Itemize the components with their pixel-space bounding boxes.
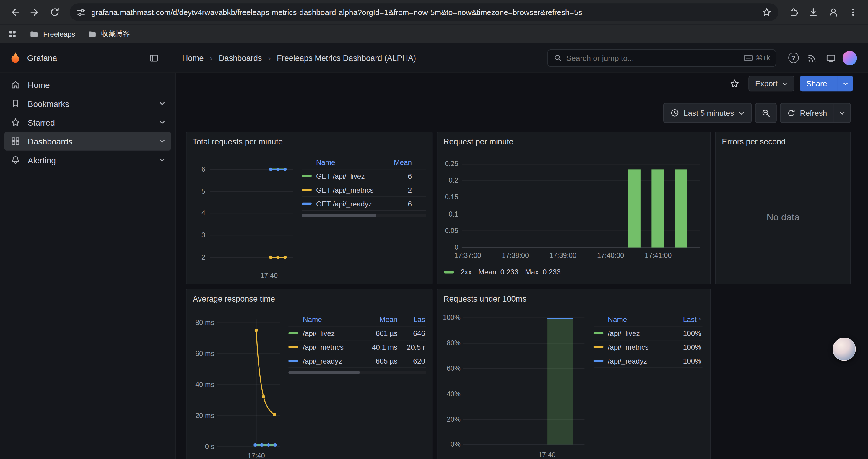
- zoom-out-icon: [761, 108, 771, 118]
- legend-row[interactable]: /api/_readyz 605 µs 620: [288, 354, 426, 368]
- downloads-button[interactable]: [804, 3, 823, 22]
- search-input[interactable]: [566, 54, 740, 62]
- grafana-logo[interactable]: [9, 52, 22, 64]
- sidebar-item-dashboards[interactable]: Dashboards: [4, 132, 171, 151]
- chevron-down-icon[interactable]: [159, 157, 165, 163]
- back-icon: [12, 9, 19, 15]
- bookmark-folder-blogs[interactable]: 收藏博客: [88, 29, 130, 39]
- chevron-down-icon[interactable]: [159, 138, 165, 144]
- browser-toolbar: [0, 0, 868, 24]
- bookmark-folder-freeleaps[interactable]: Freeleaps: [29, 29, 75, 38]
- search-icon: [554, 54, 562, 62]
- legend-scrollbar[interactable]: [288, 371, 426, 374]
- export-button[interactable]: Export: [749, 76, 795, 91]
- legend-row[interactable]: /api/_metrics 40.1 ms 20.5 r: [288, 340, 426, 354]
- search-box[interactable]: ⌘+k: [548, 49, 776, 67]
- scrollbar-thumb[interactable]: [302, 214, 376, 217]
- share-button[interactable]: Share: [800, 76, 834, 91]
- user-menu-button[interactable]: [840, 49, 859, 67]
- forward-button[interactable]: [25, 3, 44, 22]
- legend-header-name[interactable]: Name: [288, 315, 359, 323]
- brand-name: Grafana: [27, 53, 57, 63]
- total-requests-chart[interactable]: 6 5 4 3 2: [192, 155, 295, 280]
- back-button[interactable]: [6, 3, 25, 22]
- legend-row[interactable]: /api/_readyz 100%: [593, 354, 703, 368]
- series-swatch-yellow: [302, 189, 312, 191]
- display-button[interactable]: [822, 49, 840, 67]
- panel-total-requests: Total requests per minute 6 5 4 3 2: [186, 132, 433, 285]
- bookmark-icon: [10, 99, 21, 109]
- legend-row[interactable]: 2xx Mean: 0.233 Max: 0.233: [444, 268, 561, 276]
- legend-scrollbar[interactable]: [302, 214, 426, 217]
- breadcrumb-home[interactable]: Home: [182, 54, 204, 62]
- legend-row[interactable]: GET /api/_readyz 6: [302, 197, 426, 211]
- bookmark-star-icon[interactable]: [762, 7, 772, 17]
- sidebar-item-starred[interactable]: Starred: [4, 113, 171, 132]
- sidebar-item-home[interactable]: Home: [4, 75, 171, 94]
- chevron-down-icon[interactable]: [159, 119, 165, 126]
- help-button[interactable]: ?: [784, 49, 803, 67]
- share-button-group: Share: [800, 76, 853, 91]
- series-swatch-blue: [593, 360, 603, 362]
- panel-title[interactable]: Average response time: [186, 290, 432, 308]
- apps-grid-icon[interactable]: [8, 29, 17, 38]
- news-button[interactable]: [803, 49, 822, 67]
- reload-button[interactable]: [45, 3, 64, 22]
- panel-title[interactable]: Errors per second: [716, 132, 850, 151]
- extensions-button[interactable]: [784, 3, 803, 22]
- sidebar-item-alerting[interactable]: Alerting: [4, 151, 171, 169]
- refresh-interval-button[interactable]: [834, 103, 850, 122]
- panel-title[interactable]: Requests under 100ms: [437, 290, 710, 308]
- legend-row[interactable]: GET /api/_metrics 2: [302, 183, 426, 197]
- legend-header-last[interactable]: Last *: [673, 315, 701, 323]
- panel-errors-per-second: Errors per second No data: [715, 132, 851, 285]
- favorite-dashboard-button[interactable]: [726, 76, 743, 91]
- apps-icon: [10, 136, 21, 146]
- legend-header-last[interactable]: Las: [402, 315, 425, 323]
- legend-header-mean[interactable]: Mean: [363, 315, 397, 323]
- breadcrumb-dashboards[interactable]: Dashboards: [204, 53, 262, 63]
- chevron-down-icon: [843, 80, 849, 87]
- bookmark-label: Freeleaps: [43, 30, 75, 38]
- breadcrumb-current: Freeleaps Metrics Dashboard (ALPHA): [262, 53, 416, 63]
- share-menu-button[interactable]: [838, 76, 853, 91]
- sidebar-item-bookmarks[interactable]: Bookmarks: [4, 94, 171, 113]
- legend-row[interactable]: /api/_livez 100%: [593, 326, 703, 340]
- legend-table: Name Mean Las /api/_livez 661 µs 646: [288, 313, 426, 459]
- legend-row[interactable]: /api/_livez 661 µs 646: [288, 326, 426, 340]
- chevron-down-icon[interactable]: [159, 100, 165, 107]
- legend-header-name[interactable]: Name: [302, 158, 382, 166]
- browser-window: Freeleaps 收藏博客 Grafana Home Dashboards F…: [0, 0, 868, 459]
- chevron-down-icon: [781, 80, 788, 87]
- browser-menu-button[interactable]: [844, 3, 863, 22]
- panel-toggle-icon: [149, 53, 159, 63]
- chevron-down-icon: [738, 110, 745, 116]
- line-plot: [217, 319, 280, 449]
- forward-icon: [31, 9, 37, 15]
- series-swatch-green: [444, 271, 454, 273]
- sidebar-toggle-button[interactable]: [145, 49, 163, 67]
- requests-under-100ms-chart[interactable]: 100% 80% 60% 40% 20% 0%: [442, 312, 587, 459]
- panel-title[interactable]: Request per minute: [437, 132, 710, 151]
- grafana-header: Grafana Home Dashboards Freeleaps Metric…: [0, 43, 868, 73]
- panel-title[interactable]: Total requests per minute: [186, 132, 432, 151]
- avg-response-chart[interactable]: 80 ms 60 ms 40 ms 20 ms 0 s: [192, 312, 282, 459]
- assistant-avatar-widget[interactable]: [833, 338, 856, 361]
- profile-button[interactable]: [824, 3, 843, 22]
- legend-header-mean[interactable]: Mean: [386, 158, 412, 166]
- scrollbar-thumb[interactable]: [288, 371, 360, 374]
- zoom-out-button[interactable]: [755, 103, 777, 123]
- site-info-icon[interactable]: [76, 7, 86, 17]
- time-range-picker[interactable]: Last 5 minutes: [663, 103, 752, 123]
- url-input[interactable]: [91, 8, 756, 17]
- legend-row[interactable]: GET /api/_livez 6: [302, 169, 426, 183]
- refresh-button[interactable]: Refresh: [780, 103, 834, 122]
- legend-header-name[interactable]: Name: [593, 315, 668, 323]
- request-per-minute-chart[interactable]: 0.25 0.2 0.15 0.1 0.05 0: [442, 155, 702, 285]
- address-bar[interactable]: [70, 3, 778, 21]
- monitor-icon: [826, 53, 836, 63]
- star-icon: [730, 78, 740, 89]
- legend-table: Name Mean GET /api/_livez 6 GET /api/_me…: [302, 156, 426, 280]
- legend-row[interactable]: /api/_metrics 100%: [593, 340, 703, 354]
- kebab-menu-icon: [848, 8, 857, 17]
